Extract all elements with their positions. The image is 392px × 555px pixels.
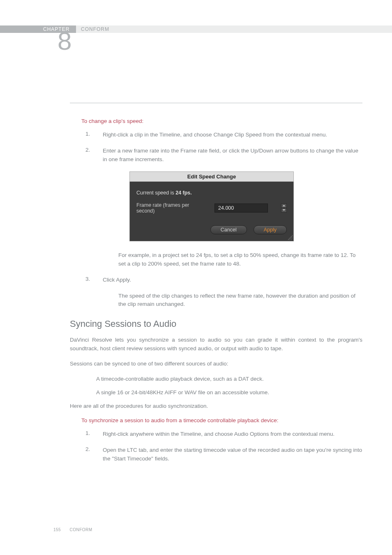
paragraph: DaVinci Resolve lets you synchronize a s… bbox=[70, 336, 362, 353]
section-label: CONFORM bbox=[81, 26, 109, 32]
bullet-item: A timecode-controllable audio playback d… bbox=[96, 375, 362, 384]
dialog-current-speed: Current speed is 24 fps. bbox=[136, 190, 287, 196]
divider bbox=[70, 103, 362, 103]
step-text: Right-click a clip in the Timeline, and … bbox=[103, 131, 362, 139]
frame-rate-label: Frame rate (frames per second) bbox=[136, 202, 209, 214]
arrow-up-icon[interactable] bbox=[281, 204, 287, 208]
page-number: 155 bbox=[53, 527, 61, 532]
note-text: For example, in a project set to 24 fps,… bbox=[118, 251, 362, 268]
apply-button[interactable]: Apply bbox=[254, 225, 287, 234]
step-number: 1. bbox=[70, 131, 103, 139]
dialog-title: Edit Speed Change bbox=[129, 171, 294, 182]
list-item: 2. Enter a new frame rate into the Frame… bbox=[70, 147, 362, 164]
step-number: 1. bbox=[70, 430, 103, 439]
list-item: 3. Click Apply. bbox=[70, 276, 362, 284]
step-number: 3. bbox=[70, 276, 103, 284]
edit-speed-dialog: Edit Speed Change Current speed is 24 fp… bbox=[129, 171, 294, 241]
note-text: The speed of the clip changes to reflect… bbox=[118, 292, 362, 309]
list-item: 2. Open the LTC tab, and enter the start… bbox=[70, 446, 362, 463]
step-text: Right-click anywhere within the Timeline… bbox=[103, 430, 362, 439]
list-item: 1. Right-click anywhere within the Timel… bbox=[70, 430, 362, 439]
page-footer: 155 CONFORM bbox=[53, 527, 92, 532]
dialog-current-value: 24 fps. bbox=[175, 190, 192, 196]
step-number: 2. bbox=[70, 446, 103, 463]
paragraph: Here are all of the procedures for audio… bbox=[70, 402, 362, 411]
bullet-item: A single 16 or 24-bit/48KHz AIFF or WAV … bbox=[96, 388, 362, 397]
list-item: 1. Right-click a clip in the Timeline, a… bbox=[70, 131, 362, 139]
frame-rate-field[interactable]: 24.000 bbox=[214, 204, 268, 213]
paragraph: Sessions can be synced to one of two dif… bbox=[70, 360, 362, 368]
step-number: 2. bbox=[70, 147, 103, 164]
step-text: Open the LTC tab, and enter the starting… bbox=[103, 446, 362, 463]
sync-heading: Syncing Sessions to Audio bbox=[70, 319, 362, 329]
footer-label: CONFORM bbox=[69, 527, 92, 532]
speed-title: To change a clip's speed: bbox=[81, 118, 362, 124]
sync-subtitle: To synchronize a session to audio from a… bbox=[81, 417, 362, 423]
frame-rate-stepper[interactable] bbox=[281, 204, 287, 213]
chapter-number: 8 bbox=[58, 28, 71, 54]
dialog-current-prefix: Current speed is bbox=[136, 190, 175, 196]
step-text: Click Apply. bbox=[103, 276, 362, 284]
step-text: Enter a new frame rate into the Frame ra… bbox=[103, 147, 362, 164]
cancel-button[interactable]: Cancel bbox=[210, 225, 247, 234]
arrow-down-icon[interactable] bbox=[281, 208, 287, 213]
resize-grip-icon[interactable] bbox=[288, 235, 293, 240]
